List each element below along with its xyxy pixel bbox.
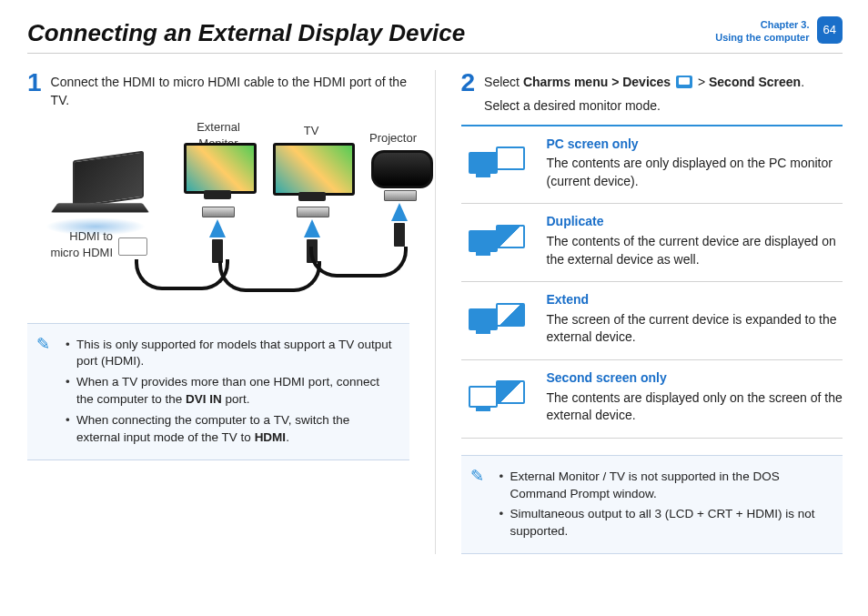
note-text: port. [222,392,250,406]
tv-icon [273,143,355,196]
mode-icon-second-only [461,369,534,425]
step-2-text: Select Charms menu > Devices > Second Sc… [484,70,843,115]
mode-desc: The contents of the current device are d… [547,234,836,267]
laptop-shadow [45,217,146,236]
note-box-2: ✎ External Monitor / TV is not supported… [461,455,843,555]
content-columns: 1 Connect the HDMI to micro HDMI cable t… [27,70,843,554]
cable-icon [135,259,229,290]
note-item: Simultaneous output to all 3 (LCD + CRT … [500,506,831,540]
note-box-1: ✎ This is only supported for models that… [27,323,409,460]
note-text: Simultaneous output to all 3 (LCD + CRT … [510,507,815,538]
step-2-number: 2 [461,70,476,115]
hdmi-port-icon [384,190,417,201]
hdmi-plug-icon [394,223,405,247]
mode-icon-pc-only [461,136,534,191]
devices-icon [676,76,692,88]
step2-bold2: Second Screen [709,75,801,89]
note-text: External Monitor / TV is not supported i… [510,470,780,500]
hdmi-port-icon [297,207,329,217]
diagram-label-projector: Projector [366,130,420,146]
mode-text: PC screen only The contents are only dis… [547,136,843,191]
note-text: This is only supported for models that s… [76,338,391,369]
step-2-line1: Select Charms menu > Devices > Second Sc… [484,74,843,92]
document-page: Connecting an External Display Device Ch… [0,0,868,572]
mode-row-duplicate: Duplicate The contents of the current de… [461,204,843,282]
step2-bold1: Charms menu > Devices [523,75,671,89]
cable-icon [218,261,321,292]
chapter-line2: Using the computer [715,31,809,44]
step-1-number: 1 [27,70,42,109]
step2-post: . [801,75,804,89]
step-2-line2: Select a desired monitor mode. [484,97,843,116]
step-1: 1 Connect the HDMI to micro HDMI cable t… [27,70,409,109]
chapter-label: Chapter 3. Using the computer [715,16,809,45]
tv-stand-icon [298,192,326,201]
chapter-line1: Chapter 3. [715,18,809,31]
note-item: When connecting the computer to a TV, sw… [66,412,397,447]
note-item: When a TV provides more than one HDMI po… [66,374,397,409]
mode-text: Second screen only The contents are disp… [547,369,843,425]
mode-desc: The contents are only displayed on the P… [547,156,833,188]
column-divider [435,70,436,554]
step-1-text: Connect the HDMI to micro HDMI cable to … [51,70,409,109]
step2-mid: > [694,75,709,89]
page-number-badge: 64 [817,16,843,44]
mode-text: Extend The screen of the current device … [547,291,843,347]
note-item: External Monitor / TV is not supported i… [500,469,831,503]
note-text: When connecting the computer to a TV, sw… [76,413,349,444]
mode-icon-duplicate [461,213,534,268]
mode-title: PC screen only [547,136,843,154]
step-2: 2 Select Charms menu > Devices > Second … [461,70,843,115]
hdmi-port-icon [202,207,235,217]
hdmi-adapter-icon [118,237,147,256]
left-column: 1 Connect the HDMI to micro HDMI cable t… [27,70,409,554]
mode-row-extend: Extend The screen of the current device … [461,282,843,360]
arrow-up-icon [209,219,226,237]
right-column: 2 Select Charms menu > Devices > Second … [461,70,843,554]
projector-icon [371,150,433,188]
monitor-stand-icon [204,190,231,199]
diagram-label-tv: TV [293,123,329,139]
note-2-list: External Monitor / TV is not supported i… [500,469,831,541]
mode-title: Extend [547,291,843,309]
mode-desc: The contents are displayed only on the s… [547,390,843,423]
mode-title: Second screen only [547,369,843,388]
step2-pre: Select [484,75,523,89]
arrow-up-icon [391,203,408,221]
mode-title: Duplicate [547,213,843,231]
mode-desc: The screen of the current device is expa… [547,312,837,345]
mode-row-second-only: Second screen only The contents are disp… [461,360,843,439]
note-bold: DVI IN [186,392,222,406]
page-header: Connecting an External Display Device Ch… [27,16,843,54]
connection-diagram: External Monitor TV Projector HDMI to mi… [27,119,409,310]
laptop-icon [45,156,155,219]
mode-icon-extend [461,291,534,347]
header-right: Chapter 3. Using the computer 64 [715,16,843,45]
note-bold: HDMI [255,430,287,444]
page-title: Connecting an External Display Device [27,16,715,49]
external-monitor-icon [184,143,257,194]
arrow-up-icon [304,219,320,237]
note-1-list: This is only supported for models that s… [66,337,397,447]
cable-icon [309,247,408,278]
note-item: This is only supported for models that s… [66,337,397,371]
note-icon: ✎ [470,465,484,488]
mode-row-pc-only: PC screen only The contents are only dis… [461,126,843,205]
note-text: . [286,430,289,444]
monitor-mode-table: PC screen only The contents are only dis… [461,125,843,439]
note-icon: ✎ [36,333,50,356]
mode-text: Duplicate The contents of the current de… [547,213,843,268]
